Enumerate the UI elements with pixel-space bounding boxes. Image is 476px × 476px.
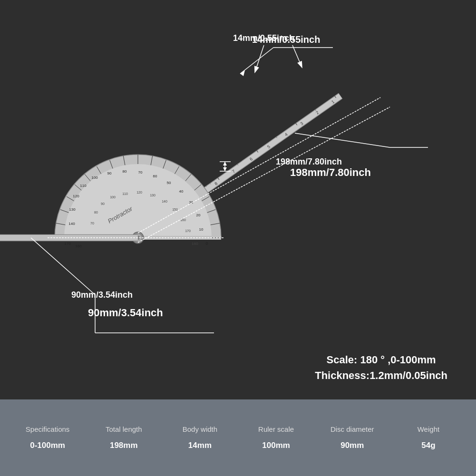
- svg-text:80: 80: [94, 211, 98, 214]
- svg-text:80: 80: [123, 169, 127, 174]
- spec-header-weight: Weight: [390, 421, 466, 437]
- svg-text:90: 90: [101, 202, 105, 205]
- spec-value-body-width: 14mm: [162, 437, 238, 454]
- spec-header-disc-diameter: Disc diameter: [314, 421, 390, 437]
- spec-value-specifications: 0-100mm: [10, 437, 86, 454]
- svg-text:170: 170: [64, 242, 71, 246]
- svg-text:140: 140: [68, 222, 75, 226]
- product-image-area: 10 cm 9 8 7 6 5 4 3 2 1: [0, 0, 476, 399]
- svg-text:50: 50: [167, 181, 171, 185]
- svg-text:198mm/7.80inch: 198mm/7.80inch: [290, 166, 371, 178]
- svg-text:160: 160: [75, 244, 82, 248]
- svg-text:140: 140: [162, 200, 167, 203]
- width-annotation: 14mm/0.55inch: [233, 33, 294, 43]
- svg-text:90: 90: [107, 171, 112, 175]
- svg-text:60: 60: [153, 174, 157, 178]
- specs-table: Specifications Total length Body width R…: [0, 399, 476, 476]
- spec-value-ruler-scale: 100mm: [238, 437, 314, 454]
- svg-text:130: 130: [69, 207, 76, 212]
- svg-text:150: 150: [172, 208, 178, 211]
- disc-diameter-annotation: 90mm/3.54inch: [71, 290, 133, 300]
- svg-rect-97: [0, 234, 138, 235]
- svg-text:130: 130: [150, 194, 155, 197]
- specs-header-row: Specifications Total length Body width R…: [10, 421, 466, 437]
- scale-info: Scale: 180 ° ,0-100mm Thickness:1.2mm/0.…: [315, 352, 447, 383]
- spec-value-disc-diameter: 90mm: [314, 437, 390, 454]
- svg-text:10: 10: [199, 227, 204, 232]
- svg-text:70: 70: [138, 170, 143, 175]
- svg-text:110: 110: [122, 192, 128, 195]
- svg-text:110: 110: [80, 184, 87, 188]
- total-length-annotation: 198mm/7.80inch: [276, 157, 342, 167]
- svg-text:160: 160: [180, 218, 186, 222]
- spec-header-specifications: Specifications: [10, 421, 86, 437]
- svg-text:100: 100: [91, 175, 98, 180]
- svg-text:90mm/3.54inch: 90mm/3.54inch: [88, 307, 163, 319]
- svg-text:120: 120: [136, 191, 142, 194]
- spec-value-weight: 54g: [390, 437, 466, 454]
- spec-value-total-length: 198mm: [86, 437, 162, 454]
- svg-text:120: 120: [73, 194, 79, 198]
- spec-header-ruler-scale: Ruler scale: [238, 421, 314, 437]
- spec-header-total-length: Total length: [86, 421, 162, 437]
- svg-text:180: 180: [192, 242, 198, 246]
- svg-text:100: 100: [110, 195, 116, 199]
- svg-text:20: 20: [196, 213, 201, 217]
- svg-text:70: 70: [90, 222, 94, 225]
- svg-text:170: 170: [185, 229, 191, 233]
- svg-rect-98: [0, 241, 138, 241]
- svg-text:0: 0: [205, 241, 208, 246]
- svg-text:40: 40: [179, 189, 184, 194]
- specs-value-row: 0-100mm 198mm 14mm 100mm 90mm 54g: [10, 437, 466, 454]
- spec-header-body-width: Body width: [162, 421, 238, 437]
